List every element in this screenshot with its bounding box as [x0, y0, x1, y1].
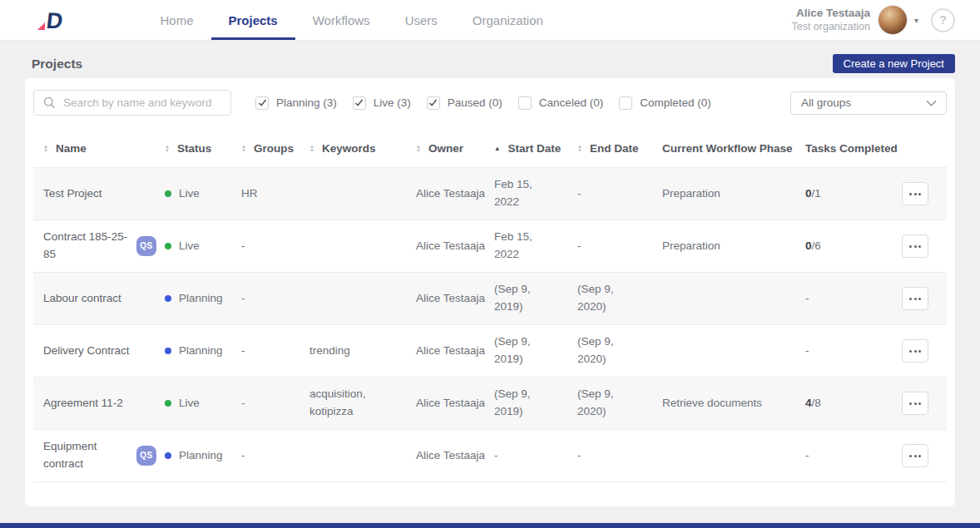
cell-groups: HR — [241, 185, 309, 203]
column-header[interactable]: ▲ ▼ Owner — [416, 142, 494, 155]
status-dot — [165, 295, 171, 302]
cell-actions — [902, 339, 947, 363]
avatar[interactable] — [879, 6, 907, 34]
projects-panel: Planning (3) Live (3) Paused (0) Cancele… — [25, 78, 955, 506]
more-options-icon — [909, 193, 912, 195]
qs-badge: QS — [136, 236, 156, 256]
column-header[interactable]: ▲ ▼ Name — [33, 142, 165, 155]
status-filter-checkbox[interactable]: Paused (0) — [427, 96, 502, 110]
page-content: Projects Create a new Project Planning (… — [0, 41, 980, 523]
more-options-icon — [909, 455, 912, 457]
nav-item-projects[interactable]: Projects — [211, 0, 295, 40]
nav-item-users[interactable]: Users — [388, 0, 455, 40]
status-filter-checkbox[interactable]: Live (3) — [353, 96, 411, 110]
column-header[interactable]: ▲ ▼ Groups — [241, 142, 309, 155]
checkbox-icon — [353, 96, 366, 110]
column-header-label: Start Date — [507, 142, 561, 155]
cell-name: Delivery Contract — [33, 343, 165, 360]
cell-end-date: (Sep 9, 2020) — [577, 386, 662, 421]
sort-icon: ▲ ▼ — [416, 145, 421, 153]
status-dot — [165, 452, 171, 459]
cell-start-date: Feb 15, 2022 — [494, 176, 577, 211]
groups-dropdown-value: All groups — [801, 96, 851, 109]
cell-status: Live — [165, 395, 241, 412]
column-header[interactable]: Current Workflow Phase — [662, 142, 805, 155]
project-name[interactable]: Contract 185-25-85 — [43, 229, 128, 264]
table-row[interactable]: Delivery Contract Planning - trending Al… — [33, 325, 947, 377]
status-filter-checkbox[interactable]: Canceled (0) — [518, 96, 603, 110]
brand-logo[interactable]: D — [37, 7, 63, 32]
project-name[interactable]: Equipment contract — [43, 438, 128, 473]
cell-tasks-completed: - — [805, 290, 902, 308]
cell-start-date: Feb 15, 2022 — [494, 229, 577, 264]
status-label: Planning — [179, 447, 223, 465]
row-actions-button[interactable] — [902, 444, 928, 467]
column-header[interactable]: ▲ ▼ End Date — [577, 142, 662, 155]
nav-item-home[interactable]: Home — [143, 0, 211, 40]
row-actions-button[interactable] — [902, 339, 928, 363]
checkbox-icon — [518, 96, 532, 110]
status-dot — [165, 190, 171, 197]
cell-end-date: (Sep 9, 2020) — [577, 333, 662, 368]
project-name[interactable]: Delivery Contract — [43, 343, 130, 360]
help-button[interactable]: ? — [931, 8, 955, 32]
create-project-button[interactable]: Create a new Project — [833, 54, 955, 73]
cell-owner: Alice Testaaja — [416, 238, 494, 255]
cell-status: Live — [165, 185, 241, 203]
cell-groups: - — [241, 395, 309, 412]
table-row[interactable]: Test Project Live HR Alice Testaaja Feb … — [33, 168, 947, 220]
project-name[interactable]: Agreement 11-2 — [43, 395, 123, 412]
table-row[interactable]: Contract 185-25-85 QS Live - Alice Testa… — [33, 220, 947, 273]
more-options-icon — [909, 298, 912, 300]
column-header[interactable]: ▲ ▼ Status — [165, 142, 241, 155]
filter-bar: Planning (3) Live (3) Paused (0) Cancele… — [25, 78, 955, 126]
top-nav-bar: D Home Projects Workflows Users Organiza… — [0, 0, 980, 41]
sort-icon: ▲ ▼ — [309, 145, 314, 153]
chevron-down-icon — [926, 100, 937, 106]
groups-dropdown[interactable]: All groups — [790, 91, 947, 115]
checkbox-icon — [427, 96, 440, 110]
column-header-label: Keywords — [322, 142, 376, 155]
user-name: Alice Testaaja — [791, 7, 870, 21]
status-filter-label: Canceled (0) — [539, 96, 603, 109]
cell-start-date: (Sep 9, 2019) — [494, 386, 577, 421]
page-title: Projects — [32, 57, 82, 72]
cell-keywords: acquisition, kotipizza — [309, 386, 416, 421]
cell-actions — [902, 234, 947, 258]
cell-groups: - — [241, 238, 309, 255]
nav-item-workflows[interactable]: Workflows — [295, 0, 388, 40]
status-filter-checkbox[interactable]: Completed (0) — [619, 96, 711, 110]
column-header[interactable]: Tasks Completed — [805, 142, 902, 155]
cell-owner: Alice Testaaja — [416, 290, 494, 308]
sort-icon: ▲ ▼ — [43, 145, 48, 153]
table-row[interactable]: Agreement 11-2 Live - acquisition, kotip… — [33, 377, 947, 430]
row-actions-button[interactable] — [902, 392, 928, 415]
column-header[interactable]: ▲ ▼ Keywords — [309, 142, 416, 155]
cell-tasks-completed: 4/8 — [805, 395, 902, 412]
logo-triangle-icon — [37, 22, 45, 30]
column-header[interactable]: ▲ Start Date — [494, 142, 577, 155]
table-row[interactable]: Equipment contract QS Planning - Alice T… — [33, 430, 947, 482]
cell-actions — [902, 392, 947, 415]
user-meta: Alice Testaaja Test organization — [791, 7, 870, 34]
table-row[interactable]: Labour contract Planning - Alice Testaaj… — [33, 273, 947, 325]
project-name[interactable]: Labour contract — [43, 290, 121, 308]
cell-owner: Alice Testaaja — [416, 447, 494, 465]
nav-item-organization[interactable]: Organization — [455, 0, 561, 40]
sort-icon: ▲ ▼ — [577, 145, 582, 153]
row-actions-button[interactable] — [902, 287, 928, 310]
column-header-label: End Date — [590, 142, 639, 155]
more-options-icon — [909, 245, 912, 248]
cell-actions — [902, 287, 947, 310]
column-header-label: Name — [56, 142, 87, 155]
cell-owner: Alice Testaaja — [416, 395, 494, 412]
status-filter-label: Planning (3) — [276, 96, 337, 109]
row-actions-button[interactable] — [902, 182, 928, 205]
status-filter-checkbox[interactable]: Planning (3) — [255, 96, 337, 110]
search-input[interactable] — [63, 96, 230, 109]
table-header-row: ▲ ▼ Name ▲ ▼ Status ▲ ▼ Groups ▲ ▼ Keywo… — [33, 130, 947, 168]
row-actions-button[interactable] — [902, 234, 928, 258]
cell-workflow-phase: Preparation — [662, 185, 805, 203]
project-name[interactable]: Test Project — [43, 185, 102, 203]
chevron-down-icon[interactable]: ▾ — [914, 16, 918, 25]
